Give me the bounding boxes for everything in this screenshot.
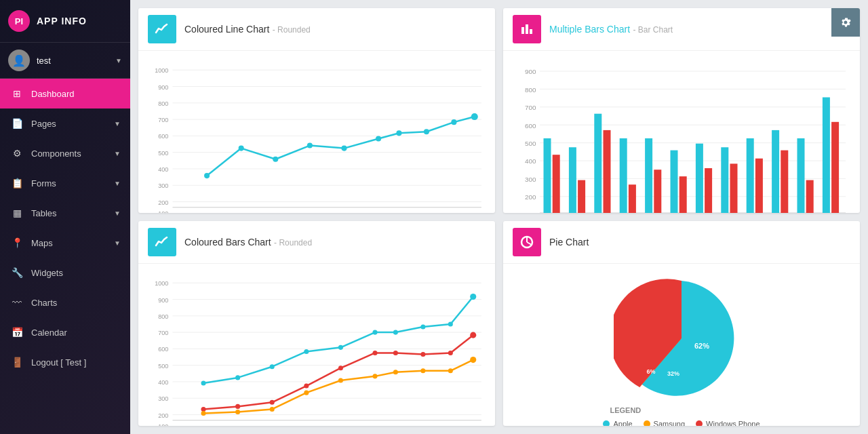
- main-content: Coloured Line Chart - Rounded: [130, 0, 868, 434]
- sidebar-header: PI APP INFO: [0, 0, 130, 43]
- line-chart-subtitle: - Rounded: [273, 25, 311, 35]
- svg-text:13: 13: [423, 212, 430, 213]
- svg-text:07: 07: [235, 425, 241, 426]
- nav-icon-4: ▦: [9, 205, 24, 220]
- nav-label-0: Dashboard: [31, 89, 121, 99]
- sidebar-item-charts[interactable]: 〰 Charts: [0, 288, 130, 317]
- bar-chart-header: Multiple Bars Chart - Bar Chart: [503, 8, 860, 51]
- svg-text:08: 08: [269, 425, 275, 426]
- line-chart-body: 1000 900 800 700 600 500 400 300 200 100…: [138, 51, 495, 213]
- svg-point-143: [393, 351, 398, 355]
- svg-rect-66: [604, 130, 611, 213]
- settings-icon: [840, 16, 852, 28]
- svg-line-159: [527, 242, 532, 245]
- app-logo: PI: [8, 10, 30, 32]
- legend-item-apple: Apple: [603, 420, 632, 426]
- svg-point-129: [270, 364, 275, 369]
- svg-point-136: [470, 294, 476, 300]
- bar-chart-card: Multiple Bars Chart - Bar Chart 900: [503, 8, 860, 213]
- svg-text:11: 11: [372, 425, 378, 426]
- app-title: APP INFO: [37, 16, 87, 26]
- svg-text:09: 09: [307, 212, 313, 213]
- svg-rect-79: [772, 130, 779, 213]
- svg-point-36: [396, 130, 401, 136]
- svg-text:500: 500: [525, 140, 536, 147]
- sidebar-item-maps[interactable]: 📍 Maps ▼: [0, 228, 130, 258]
- svg-rect-41: [526, 24, 528, 34]
- svg-text:1000: 1000: [155, 280, 168, 287]
- svg-point-30: [204, 173, 210, 178]
- svg-text:300: 300: [158, 395, 168, 402]
- svg-text:400: 400: [525, 157, 536, 165]
- svg-point-135: [448, 321, 453, 326]
- user-row[interactable]: 👤 test ▼: [0, 43, 130, 79]
- sidebar-item-calendar[interactable]: 📅 Calendar: [0, 317, 130, 347]
- pie-chart-card: Pie Chart 62% 32% 6% LEGEND: [503, 221, 860, 426]
- svg-point-39: [471, 113, 478, 120]
- svg-text:10: 10: [337, 425, 344, 426]
- svg-point-128: [235, 375, 240, 380]
- svg-point-155: [448, 368, 453, 373]
- line-chart-card: Coloured Line Chart - Rounded: [138, 8, 495, 213]
- sidebar-item-logout-[-test-][interactable]: 🚪 Logout [ Test ]: [0, 347, 130, 377]
- svg-point-137: [201, 407, 205, 412]
- nav-label-5: Maps: [31, 238, 114, 248]
- sidebar-item-tables[interactable]: ▦ Tables ▼: [0, 198, 130, 228]
- nav-icon-2: ⚙: [9, 146, 24, 161]
- bar-chart-svg: 900 800 700 600 500 400 300 200 100: [510, 56, 853, 213]
- svg-text:14: 14: [447, 425, 454, 426]
- pie-chart-title: Pie Chart: [549, 237, 589, 248]
- coloured-bars-title-group: Coloured Bars Chart - Rounded: [184, 236, 312, 248]
- svg-text:800: 800: [525, 86, 536, 94]
- svg-text:13: 13: [420, 425, 427, 426]
- bar-chart-subtitle: - Bar Chart: [633, 25, 673, 35]
- nav-icon-9: 🚪: [9, 355, 24, 370]
- legend-label-apple: Apple: [613, 420, 632, 426]
- sidebar-item-components[interactable]: ⚙ Components ▼: [0, 138, 130, 168]
- svg-rect-40: [521, 27, 524, 34]
- svg-point-35: [376, 136, 381, 141]
- svg-point-152: [372, 374, 377, 378]
- sidebar-item-dashboard[interactable]: ⊞ Dashboard: [0, 79, 130, 108]
- legend-items: Apple Samsung Windows Phone: [603, 420, 760, 426]
- sidebar-item-widgets[interactable]: 🔧 Widgets: [0, 258, 130, 288]
- svg-rect-42: [530, 29, 532, 34]
- sidebar-item-forms[interactable]: 📋 Forms ▼: [0, 168, 130, 198]
- avatar: 👤: [8, 50, 30, 71]
- nav-icon-6: 🔧: [9, 265, 24, 280]
- svg-rect-81: [797, 138, 805, 213]
- svg-text:800: 800: [158, 100, 168, 107]
- svg-point-140: [304, 383, 309, 388]
- coloured-bars-svg: 1000 900 800 700 600 500 400 300 200 100…: [145, 269, 488, 426]
- svg-text:900: 900: [525, 68, 536, 75]
- bar-chart-title-group: Multiple Bars Chart - Bar Chart: [549, 23, 673, 35]
- svg-rect-75: [721, 147, 728, 213]
- svg-text:07: 07: [238, 212, 245, 213]
- svg-text:600: 600: [158, 133, 168, 140]
- user-caret-icon: ▼: [115, 57, 122, 64]
- svg-rect-82: [806, 180, 814, 213]
- svg-rect-72: [679, 176, 687, 213]
- nav-caret-4: ▼: [114, 210, 121, 217]
- bar-chart-icon: [519, 22, 534, 37]
- svg-text:15: 15: [470, 425, 477, 426]
- svg-text:06: 06: [200, 425, 207, 426]
- svg-text:11: 11: [375, 212, 382, 213]
- sidebar-item-pages[interactable]: 📄 Pages ▼: [0, 108, 130, 138]
- legend-dot-apple: [603, 420, 610, 426]
- svg-text:600: 600: [158, 346, 168, 353]
- settings-button[interactable]: [831, 8, 860, 37]
- svg-rect-80: [781, 151, 788, 213]
- svg-point-33: [307, 143, 313, 149]
- line-chart-icon: [155, 22, 170, 37]
- svg-text:100: 100: [525, 212, 536, 213]
- svg-point-151: [338, 378, 343, 382]
- svg-text:800: 800: [158, 313, 168, 320]
- svg-point-134: [420, 324, 425, 329]
- svg-text:09: 09: [303, 425, 310, 426]
- svg-text:62%: 62%: [694, 342, 709, 350]
- svg-rect-63: [569, 147, 576, 213]
- bar-chart-icon-box: [513, 15, 541, 43]
- svg-text:06: 06: [203, 212, 210, 213]
- nav-icon-7: 〰: [9, 295, 24, 310]
